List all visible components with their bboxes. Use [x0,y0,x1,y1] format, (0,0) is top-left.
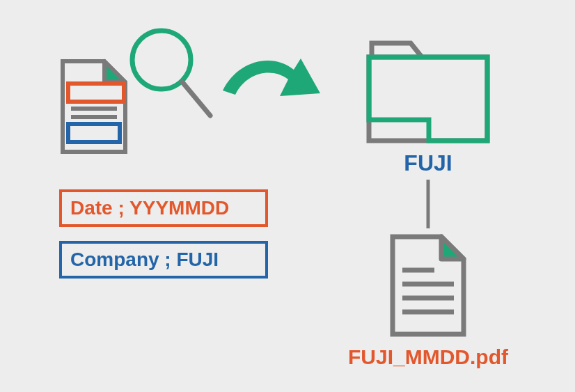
folder-icon [362,31,494,149]
metadata-company-box: Company ; FUJI [59,241,268,279]
file-name-label: FUJI_MMDD.pdf [317,345,539,369]
svg-rect-3 [68,124,120,142]
output-file-icon [384,230,471,341]
svg-rect-2 [68,84,124,102]
svg-line-5 [182,82,210,116]
metadata-company-text: Company ; FUJI [70,249,219,271]
metadata-date-box: Date ; YYYMMDD [59,189,268,227]
magnifier-icon [118,21,216,132]
connector-line [425,180,432,228]
folder-name-label: FUJI [365,150,491,176]
arrow-icon [216,46,327,123]
metadata-date-text: Date ; YYYMMDD [70,197,229,219]
